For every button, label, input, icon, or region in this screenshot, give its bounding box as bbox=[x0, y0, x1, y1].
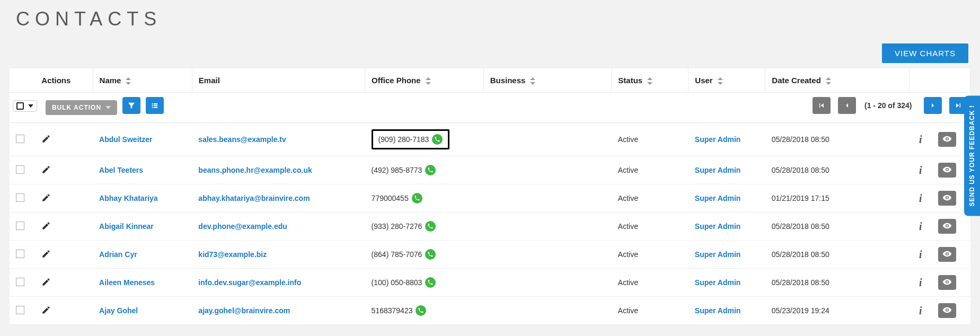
sort-icon[interactable] bbox=[647, 77, 653, 85]
col-date-created[interactable]: Date Created bbox=[765, 68, 910, 93]
phone-number[interactable]: 779000455 bbox=[372, 194, 409, 202]
contact-email-link[interactable]: sales.beans@example.tv bbox=[198, 135, 286, 144]
edit-button[interactable] bbox=[41, 134, 51, 144]
row-checkbox[interactable] bbox=[16, 278, 24, 286]
view-charts-button[interactable]: VIEW CHARTS bbox=[882, 43, 968, 63]
col-office-phone[interactable]: Office Phone bbox=[365, 68, 484, 93]
sort-icon[interactable] bbox=[825, 77, 832, 85]
user-link[interactable]: Super Admin bbox=[695, 278, 741, 287]
whatsapp-icon[interactable] bbox=[416, 305, 426, 316]
preview-button[interactable] bbox=[938, 191, 956, 206]
phone-number[interactable]: (492) 985-8773 bbox=[372, 166, 422, 174]
status-cell: Active bbox=[612, 269, 688, 297]
user-link[interactable]: Super Admin bbox=[695, 135, 741, 144]
preview-button[interactable] bbox=[938, 303, 956, 318]
feedback-tab[interactable]: SEND US YOUR FEEDBACK ! bbox=[964, 95, 980, 216]
bulk-action-button[interactable]: BULK ACTION bbox=[46, 100, 117, 115]
sort-icon[interactable] bbox=[425, 77, 431, 85]
info-button[interactable]: i bbox=[910, 297, 932, 325]
preview-button[interactable] bbox=[938, 247, 956, 262]
whatsapp-icon[interactable] bbox=[425, 277, 436, 288]
pager-first-button[interactable] bbox=[813, 97, 831, 114]
date-created-cell: 05/28/2018 08:50 bbox=[765, 213, 910, 241]
col-email[interactable]: Email bbox=[192, 68, 365, 93]
row-checkbox[interactable] bbox=[16, 250, 24, 258]
contact-email-link[interactable]: dev.phone@example.edu bbox=[198, 222, 287, 231]
contact-email-link[interactable]: kid73@example.biz bbox=[198, 250, 267, 259]
select-all-dropdown[interactable] bbox=[13, 100, 37, 112]
contact-name-link[interactable]: Aileen Meneses bbox=[99, 278, 155, 287]
whatsapp-icon[interactable] bbox=[425, 221, 436, 232]
table-row: Abigail Kinneardev.phone@example.edu(933… bbox=[10, 213, 970, 241]
contact-name-link[interactable]: Ajay Gohel bbox=[99, 306, 138, 315]
phone-number[interactable]: 5168379423 bbox=[372, 306, 413, 315]
user-link[interactable]: Super Admin bbox=[695, 250, 741, 259]
list-view-button[interactable] bbox=[146, 97, 164, 114]
row-checkbox[interactable] bbox=[16, 135, 24, 143]
preview-button[interactable] bbox=[938, 132, 956, 147]
sort-icon[interactable] bbox=[529, 77, 536, 85]
sort-icon[interactable] bbox=[125, 77, 131, 85]
sort-icon[interactable] bbox=[717, 77, 723, 85]
contact-email-link[interactable]: beans.phone.hr@example.co.uk bbox=[198, 166, 312, 174]
info-button[interactable]: i bbox=[910, 123, 932, 156]
whatsapp-icon[interactable] bbox=[432, 134, 443, 145]
pager-prev-button[interactable] bbox=[838, 97, 856, 114]
preview-button[interactable] bbox=[938, 219, 956, 234]
preview-button[interactable] bbox=[938, 275, 956, 290]
row-checkbox[interactable] bbox=[16, 222, 24, 230]
contact-email-link[interactable]: abhay.khatariya@brainvire.com bbox=[198, 194, 310, 202]
edit-button[interactable] bbox=[41, 193, 51, 202]
filter-button[interactable] bbox=[122, 97, 140, 114]
phone-cell: 779000455 bbox=[372, 193, 478, 204]
contact-name-link[interactable]: Abigail Kinnear bbox=[99, 222, 154, 231]
col-business[interactable]: Business bbox=[483, 68, 612, 93]
status-cell: Active bbox=[612, 241, 688, 269]
preview-button[interactable] bbox=[938, 163, 956, 178]
info-button[interactable]: i bbox=[910, 156, 932, 184]
row-checkbox[interactable] bbox=[16, 165, 24, 174]
phone-number[interactable]: (933) 280-7276 bbox=[372, 222, 422, 231]
contact-email-link[interactable]: ajay.gohel@brainvire.com bbox=[198, 306, 290, 315]
edit-button[interactable] bbox=[41, 305, 51, 315]
col-actions[interactable]: Actions bbox=[35, 68, 93, 93]
col-user[interactable]: User bbox=[688, 68, 765, 93]
table-header-row: Actions Name Email Office Phone Business… bbox=[10, 68, 970, 93]
info-button[interactable]: i bbox=[910, 213, 932, 241]
contact-name-link[interactable]: Abdul Sweitzer bbox=[99, 135, 152, 144]
contact-name-link[interactable]: Abel Teeters bbox=[99, 166, 143, 174]
last-page-icon bbox=[954, 101, 963, 110]
row-checkbox[interactable] bbox=[16, 193, 24, 202]
whatsapp-icon[interactable] bbox=[425, 249, 436, 260]
contact-name-link[interactable]: Adrian Cyr bbox=[99, 250, 137, 259]
user-link[interactable]: Super Admin bbox=[695, 222, 741, 231]
toolbar-row: BULK ACTION bbox=[10, 93, 970, 123]
whatsapp-icon[interactable] bbox=[425, 165, 436, 175]
status-cell: Active bbox=[612, 156, 688, 184]
pager-next-button[interactable] bbox=[924, 97, 942, 114]
info-button[interactable]: i bbox=[910, 269, 932, 297]
whatsapp-icon[interactable] bbox=[412, 193, 422, 204]
table-row: Abdul Sweitzersales.beans@example.tv(909… bbox=[10, 123, 970, 156]
col-name[interactable]: Name bbox=[93, 68, 192, 93]
eye-icon bbox=[942, 249, 952, 260]
phone-number[interactable]: (909) 280-7183 bbox=[378, 135, 429, 144]
contact-email-link[interactable]: info.dev.sugar@example.info bbox=[198, 278, 301, 287]
date-created-cell: 05/28/2018 08:50 bbox=[765, 156, 910, 184]
edit-button[interactable] bbox=[41, 277, 51, 287]
edit-button[interactable] bbox=[41, 249, 51, 259]
phone-number[interactable]: (100) 050-8803 bbox=[372, 278, 422, 287]
info-button[interactable]: i bbox=[910, 241, 932, 269]
phone-number[interactable]: (864) 785-7076 bbox=[372, 250, 422, 259]
user-link[interactable]: Super Admin bbox=[695, 166, 741, 174]
phone-cell: (492) 985-8773 bbox=[372, 165, 478, 175]
col-status[interactable]: Status bbox=[612, 68, 688, 93]
user-link[interactable]: Super Admin bbox=[695, 306, 741, 315]
edit-button[interactable] bbox=[41, 165, 51, 174]
edit-button[interactable] bbox=[41, 221, 51, 231]
info-button[interactable]: i bbox=[910, 184, 932, 213]
user-link[interactable]: Super Admin bbox=[695, 194, 741, 202]
row-checkbox[interactable] bbox=[16, 306, 24, 314]
contact-name-link[interactable]: Abhay Khatariya bbox=[99, 194, 157, 202]
eye-icon bbox=[942, 305, 952, 316]
